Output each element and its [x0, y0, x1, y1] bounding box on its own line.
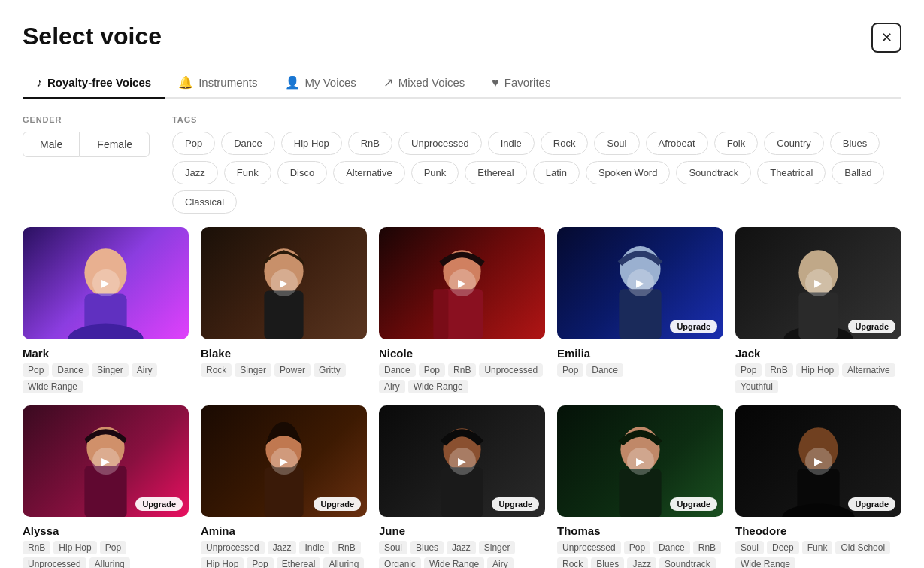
gender-btn-female[interactable]: Female — [80, 132, 150, 157]
voice-tag: Pop — [557, 363, 583, 377]
close-button[interactable]: ✕ — [871, 23, 901, 53]
voice-thumb-jack: ▶Upgrade — [735, 227, 901, 339]
play-button-emilia[interactable]: ▶ — [627, 269, 654, 296]
voice-tag: Jazz — [447, 541, 476, 554]
voice-tags-blake: RockSingerPowerGritty — [201, 363, 367, 377]
voice-card-june[interactable]: ▶UpgradeJuneSoulBluesJazzSingerOrganicWi… — [379, 405, 545, 568]
play-button-jack[interactable]: ▶ — [805, 269, 832, 296]
voice-card-blake[interactable]: ▶BlakeRockSingerPowerGritty — [201, 227, 367, 393]
tab-icon-my-voices: 👤 — [285, 75, 300, 90]
voice-name-blake: Blake — [201, 347, 367, 360]
voice-tags-nicole: DancePopRnBUnprocessedAiryWide Range — [379, 363, 545, 393]
tab-instruments[interactable]: 🔔 Instruments — [165, 68, 271, 99]
voice-tags-june: SoulBluesJazzSingerOrganicWide RangeAiry — [379, 541, 545, 568]
voice-tag: Blues — [410, 541, 444, 554]
voice-card-theodore[interactable]: ▶UpgradeTheodoreSoulDeepFunkOld SchoolWi… — [735, 405, 901, 568]
voice-thumb-nicole: ▶ — [379, 227, 545, 339]
voice-card-jack[interactable]: ▶UpgradeJackPopRnBHip HopAlternativeYout… — [735, 227, 901, 393]
voice-thumb-theodore: ▶Upgrade — [735, 405, 901, 518]
voice-tag: Hip Hop — [53, 541, 96, 554]
tag-latin[interactable]: Latin — [533, 161, 580, 184]
voice-card-nicole[interactable]: ▶NicoleDancePopRnBUnprocessedAiryWide Ra… — [379, 227, 545, 393]
voice-tag: RnB — [765, 363, 792, 377]
tag-ethereal[interactable]: Ethereal — [465, 161, 526, 184]
tag-afrobeat[interactable]: Afrobeat — [646, 132, 708, 155]
play-button-theodore[interactable]: ▶ — [805, 448, 832, 475]
tag-indie[interactable]: Indie — [488, 132, 535, 155]
play-button-mark[interactable]: ▶ — [92, 269, 120, 296]
voice-grid: ▶MarkPopDanceSingerAiryWide Range▶BlakeR… — [23, 227, 901, 568]
voice-tag: Organic — [379, 557, 421, 568]
voice-tag: Dance — [653, 541, 690, 554]
voice-tag: Singer — [479, 541, 516, 554]
tag-disco[interactable]: Disco — [277, 161, 328, 184]
voice-name-amina: Amina — [201, 524, 367, 537]
voice-tag: Soul — [735, 541, 764, 554]
tab-favorites[interactable]: ♥ Favorites — [478, 68, 564, 99]
tag-pop[interactable]: Pop — [172, 132, 215, 155]
upgrade-badge-amina[interactable]: Upgrade — [314, 497, 361, 511]
play-button-june[interactable]: ▶ — [449, 448, 476, 475]
upgrade-badge-jack[interactable]: Upgrade — [848, 320, 895, 333]
play-button-amina[interactable]: ▶ — [271, 448, 298, 475]
voice-tag: Wide Range — [23, 380, 83, 393]
tag-hip-hop[interactable]: Hip Hop — [281, 132, 342, 155]
play-button-blake[interactable]: ▶ — [271, 269, 298, 296]
tag-ballad[interactable]: Ballad — [832, 161, 884, 184]
voice-tag: Gritty — [314, 363, 346, 377]
svg-rect-7 — [433, 289, 448, 339]
tag-punk[interactable]: Punk — [411, 161, 459, 184]
tab-royalty-free[interactable]: ♪ Royalty-free Voices — [23, 68, 165, 99]
tag-country[interactable]: Country — [764, 132, 824, 155]
voice-card-mark[interactable]: ▶MarkPopDanceSingerAiryWide Range — [23, 227, 189, 393]
voice-card-amina[interactable]: ▶UpgradeAminaUnprocessedJazzIndieRnBHip … — [201, 405, 367, 568]
voice-tag: Pop — [735, 363, 762, 377]
upgrade-badge-june[interactable]: Upgrade — [492, 497, 539, 511]
main-page: Select voice ✕ ♪ Royalty-free Voices🔔 In… — [0, 0, 924, 568]
tag-blues[interactable]: Blues — [830, 132, 880, 155]
tab-my-voices[interactable]: 👤 My Voices — [271, 68, 370, 99]
upgrade-badge-theodore[interactable]: Upgrade — [848, 497, 895, 511]
tag-spoken-word[interactable]: Spoken Word — [586, 161, 671, 184]
tag-rock[interactable]: Rock — [541, 132, 589, 155]
svg-point-23 — [782, 503, 854, 517]
voice-tag: Youthful — [735, 380, 778, 393]
upgrade-badge-emilia[interactable]: Upgrade — [670, 320, 717, 333]
tag-dance[interactable]: Dance — [221, 132, 275, 155]
tag-soundtrack[interactable]: Soundtrack — [676, 161, 751, 184]
voice-card-emilia[interactable]: ▶UpgradeEmiliaPopDance — [557, 227, 723, 393]
tag-folk[interactable]: Folk — [714, 132, 759, 155]
play-button-alyssa[interactable]: ▶ — [92, 448, 120, 475]
gender-btn-male[interactable]: Male — [23, 132, 80, 157]
tab-label-mixed-voices: Mixed Voices — [398, 76, 465, 89]
voice-name-nicole: Nicole — [379, 347, 545, 360]
voice-card-thomas[interactable]: ▶UpgradeThomasUnprocessedPopDanceRnBRock… — [557, 405, 723, 568]
page-title: Select voice — [23, 23, 162, 50]
tags-container: PopDanceHip HopRnBUnprocessedIndieRockSo… — [172, 132, 901, 214]
tab-label-royalty-free: Royalty-free Voices — [47, 76, 151, 89]
voice-tags-alyssa: RnBHip HopPopUnprocessedAlluring — [23, 541, 189, 568]
voice-tag: Unprocessed — [201, 541, 265, 554]
voice-tag: Jazz — [627, 557, 656, 568]
upgrade-badge-thomas[interactable]: Upgrade — [670, 497, 717, 511]
gender-filter: GENDER MaleFemale — [23, 115, 150, 157]
voice-tag: Airy — [132, 363, 158, 377]
voice-thumb-alyssa: ▶Upgrade — [23, 405, 189, 518]
voice-tag: Unprocessed — [23, 557, 86, 568]
tag-theatrical[interactable]: Theatrical — [757, 161, 826, 184]
tag-classical[interactable]: Classical — [172, 190, 237, 214]
tag-unprocessed[interactable]: Unprocessed — [398, 132, 482, 155]
play-button-nicole[interactable]: ▶ — [449, 269, 476, 296]
voice-card-alyssa[interactable]: ▶UpgradeAlyssaRnBHip HopPopUnprocessedAl… — [23, 405, 189, 568]
upgrade-badge-alyssa[interactable]: Upgrade — [135, 497, 183, 511]
tag-soul[interactable]: Soul — [594, 132, 639, 155]
play-button-thomas[interactable]: ▶ — [627, 448, 654, 475]
tag-alternative[interactable]: Alternative — [333, 161, 404, 184]
voice-tag: Pop — [23, 363, 49, 377]
tag-rnb[interactable]: RnB — [348, 132, 392, 155]
tabs-bar: ♪ Royalty-free Voices🔔 Instruments👤 My V… — [23, 68, 901, 99]
tab-mixed-voices[interactable]: ↗ Mixed Voices — [370, 68, 478, 99]
tag-jazz[interactable]: Jazz — [172, 161, 218, 184]
voice-tag: Dance — [52, 363, 89, 377]
tag-funk[interactable]: Funk — [224, 161, 271, 184]
